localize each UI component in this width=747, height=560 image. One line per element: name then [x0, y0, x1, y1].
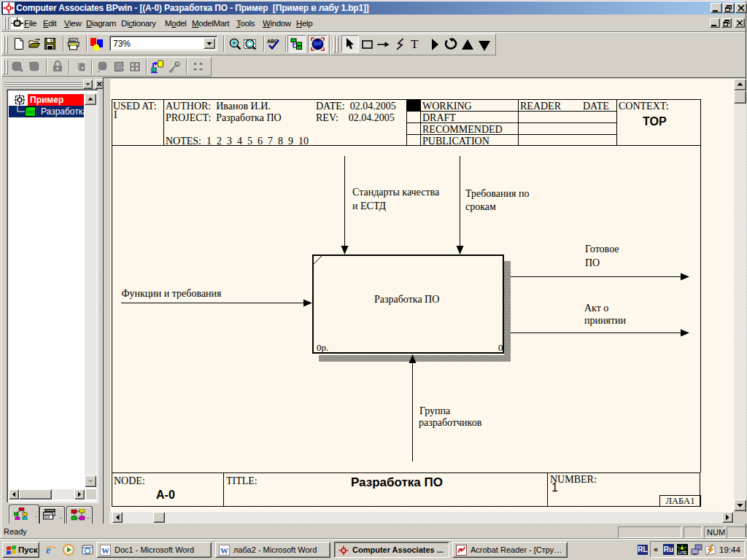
svg-text:W: W — [220, 546, 228, 555]
svg-text:LITE: LITE — [678, 551, 687, 555]
svg-text:W: W — [101, 546, 109, 555]
svg-text:e: e — [46, 544, 51, 556]
